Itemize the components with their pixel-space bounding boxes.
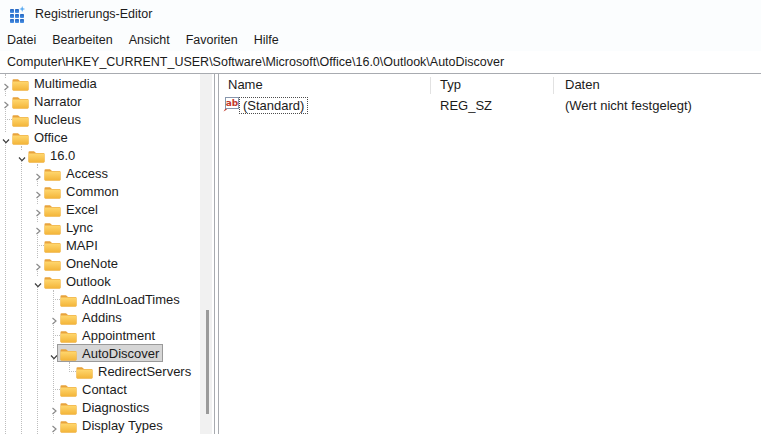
tree-item-label: Common	[66, 184, 119, 199]
tree-item-label: OneNote	[66, 256, 118, 271]
tree-node[interactable]: Office	[10, 128, 71, 146]
folder-icon	[12, 95, 29, 108]
address-path[interactable]: Computer\HKEY_CURRENT_USER\Software\Micr…	[7, 55, 504, 69]
column-header-name[interactable]: Name	[228, 77, 263, 92]
value-list-pane: Name Typ Daten ab(Standard)REG_SZ(Wert n…	[220, 74, 761, 434]
string-value-icon: ab	[223, 97, 240, 112]
tree-node[interactable]: Addins	[58, 308, 125, 326]
folder-icon	[60, 293, 77, 306]
column-header-type[interactable]: Typ	[440, 77, 461, 92]
folder-icon	[44, 275, 61, 288]
tree-item-narrator[interactable]: Narrator	[0, 92, 200, 110]
svg-text:ab: ab	[226, 98, 239, 108]
tree-node[interactable]: Nucleus	[10, 110, 84, 128]
tree-node[interactable]: Diagnostics	[58, 398, 152, 416]
tree-item-onenote[interactable]: OneNote	[0, 254, 200, 272]
tree-node[interactable]: Access	[42, 164, 111, 182]
tree-item-autodiscover[interactable]: AutoDiscover	[0, 344, 200, 362]
tree-node[interactable]: 16.0	[26, 146, 78, 164]
tree-item-label: Narrator	[34, 94, 82, 109]
tree-node-selected[interactable]: AutoDiscover	[58, 345, 162, 361]
value-name[interactable]: (Standard)	[239, 97, 308, 114]
tree-item-label: Display Types	[82, 418, 163, 433]
tree-item-contact[interactable]: Contact	[0, 380, 200, 398]
folder-icon	[44, 203, 61, 216]
tree-item-display-types[interactable]: Display Types	[0, 416, 200, 434]
tree-node[interactable]: MAPI	[42, 236, 101, 254]
folder-icon	[44, 239, 61, 252]
list-header: Name Typ Daten	[220, 74, 761, 96]
tree-item-label: Office	[34, 130, 68, 145]
tree-scrollbar-thumb[interactable]	[206, 310, 209, 414]
pane-splitter[interactable]	[212, 74, 220, 434]
tree-item-addins[interactable]: Addins	[0, 308, 200, 326]
folder-icon	[12, 131, 29, 144]
folder-icon	[44, 167, 61, 180]
registry-tree-pane: MultimediaNarratorNucleusOffice16.0Acces…	[0, 74, 212, 434]
tree-node[interactable]: Display Types	[58, 416, 166, 434]
folder-icon	[60, 383, 77, 396]
folder-icon	[44, 257, 61, 270]
column-divider[interactable]	[430, 77, 431, 94]
folder-icon	[60, 329, 77, 342]
tree-node[interactable]: Contact	[58, 380, 130, 398]
tree-item-label: 16.0	[50, 148, 75, 163]
window-title: Registrierungs-Editor	[35, 7, 152, 21]
tree-node[interactable]: Excel	[42, 200, 101, 218]
folder-icon	[60, 311, 77, 324]
main-area: MultimediaNarratorNucleusOffice16.0Acces…	[0, 73, 761, 434]
tree-node[interactable]: Narrator	[10, 92, 85, 110]
tree-item-redirectservers[interactable]: RedirectServers	[0, 362, 200, 380]
tree-item-label: Nucleus	[34, 112, 81, 127]
tree-item-outlook[interactable]: Outlook	[0, 272, 200, 290]
tree-item-label: AutoDiscover	[82, 346, 159, 361]
tree-node[interactable]: Lync	[42, 218, 96, 236]
tree-item-label: Diagnostics	[82, 400, 149, 415]
tree-item-office[interactable]: Office	[0, 128, 200, 146]
value-type: REG_SZ	[440, 98, 492, 113]
tree-node[interactable]: RedirectServers	[74, 362, 194, 380]
tree-node[interactable]: AddInLoadTimes	[58, 290, 183, 308]
tree-item-addinloadtimes[interactable]: AddInLoadTimes	[0, 290, 200, 308]
tree-item-label: Outlook	[66, 274, 111, 289]
tree-item-mapi[interactable]: MAPI	[0, 236, 200, 254]
tree-item-common[interactable]: Common	[0, 182, 200, 200]
value-data: (Wert nicht festgelegt)	[565, 98, 692, 113]
tree-item-diagnostics[interactable]: Diagnostics	[0, 398, 200, 416]
menu-item-ansicht[interactable]: Ansicht	[129, 33, 170, 47]
folder-icon	[76, 365, 93, 378]
menu-item-bearbeiten[interactable]: Bearbeiten	[52, 33, 112, 47]
folder-icon	[44, 221, 61, 234]
menu-item-favoriten[interactable]: Favoriten	[186, 33, 238, 47]
menu-item-datei[interactable]: Datei	[7, 33, 36, 47]
tree-node[interactable]: Outlook	[42, 272, 114, 290]
tree-item-access[interactable]: Access	[0, 164, 200, 182]
tree-item-excel[interactable]: Excel	[0, 200, 200, 218]
column-header-data[interactable]: Daten	[565, 77, 600, 92]
tree-node[interactable]: OneNote	[42, 254, 121, 272]
column-divider[interactable]	[553, 77, 554, 94]
tree-item-multimedia[interactable]: Multimedia	[0, 74, 200, 92]
tree-item-lync[interactable]: Lync	[0, 218, 200, 236]
menu-item-hilfe[interactable]: Hilfe	[254, 33, 279, 47]
tree-node[interactable]: Multimedia	[10, 74, 100, 92]
tree-item-label: MAPI	[66, 238, 98, 253]
folder-icon	[28, 149, 45, 162]
tree-item-appointment[interactable]: Appointment	[0, 326, 200, 344]
tree-item-nucleus[interactable]: Nucleus	[0, 110, 200, 128]
address-bar[interactable]: Computer\HKEY_CURRENT_USER\Software\Micr…	[0, 51, 761, 73]
tree-node[interactable]: Common	[42, 182, 122, 200]
tree-item-label: Contact	[82, 382, 127, 397]
value-row--standard-[interactable]: ab(Standard)REG_SZ(Wert nicht festgelegt…	[220, 96, 761, 114]
folder-icon	[60, 419, 77, 432]
folder-icon	[60, 401, 77, 414]
tree-item-label: Access	[66, 166, 108, 181]
title-bar: Registrierungs-Editor	[0, 0, 761, 28]
folder-icon	[60, 347, 77, 360]
folder-icon	[12, 77, 29, 90]
tree-scrollbar-track[interactable]	[200, 74, 212, 434]
tree-item-16-0[interactable]: 16.0	[0, 146, 200, 164]
tree-node[interactable]: Appointment	[58, 326, 158, 344]
tree-item-label: Addins	[82, 310, 122, 325]
folder-icon	[44, 185, 61, 198]
